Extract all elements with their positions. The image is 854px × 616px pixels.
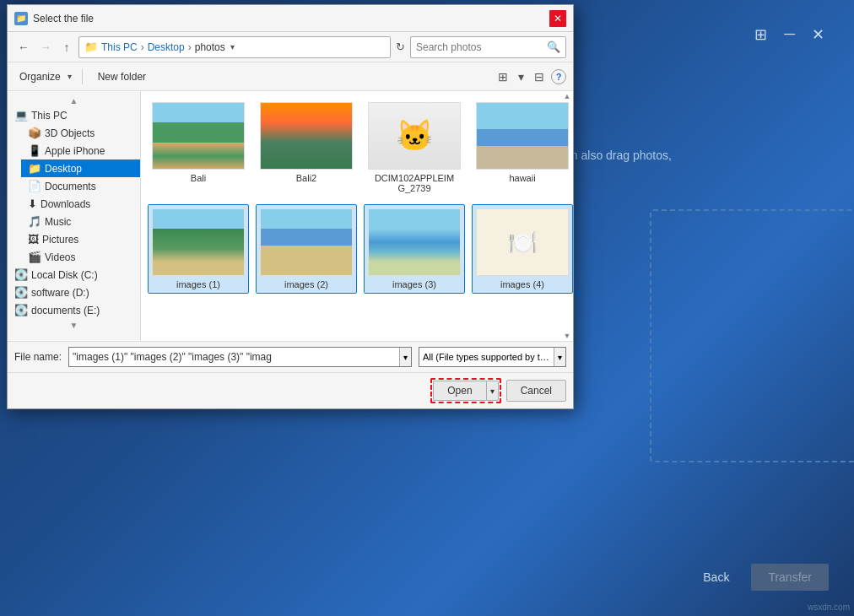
left-pane: ▲ 💻 This PC 📦 3D Objects 📱 Apple iPhone … xyxy=(8,91,141,341)
sidebar-item-videos[interactable]: 🎬 Videos xyxy=(21,248,140,266)
file-item-bali2[interactable]: Bali2 xyxy=(256,98,357,197)
organize-arrow[interactable]: ▾ xyxy=(68,72,72,81)
new-folder-button[interactable]: New folder xyxy=(93,68,151,85)
file-name-images1: images (1) xyxy=(176,279,220,289)
filename-dropdown-arrow[interactable]: ▾ xyxy=(399,348,411,366)
breadcrumb-this-pc[interactable]: This PC xyxy=(101,41,138,53)
videos-label: Videos xyxy=(45,251,75,263)
file-item-hawaii[interactable]: hawaii xyxy=(472,98,573,197)
open-arrow-button[interactable]: ▾ xyxy=(486,381,499,401)
right-scroll-up[interactable]: ▲ xyxy=(561,91,573,101)
nav-up-button[interactable]: ↑ xyxy=(58,39,75,56)
scroll-up-arrow[interactable]: ▲ xyxy=(8,95,140,106)
breadcrumb-desktop[interactable]: Desktop xyxy=(148,41,185,53)
action-bar: Open ▾ Cancel xyxy=(8,372,573,408)
breadcrumb-sep1: › xyxy=(141,41,144,53)
documents-e-icon: 💽 xyxy=(14,304,28,316)
filename-label: File name: xyxy=(14,351,62,363)
thumb-hawaii xyxy=(476,102,569,170)
scroll-down-arrow[interactable]: ▼ xyxy=(8,319,140,331)
view-toggle-button[interactable]: ⊞ xyxy=(495,68,511,85)
breadcrumb-arrow[interactable]: ▾ xyxy=(229,42,236,51)
sidebar-item-local-disk-c[interactable]: 💽 Local Disk (C:) xyxy=(8,266,140,284)
search-box: 🔍 xyxy=(410,36,566,58)
sidebar-item-pictures[interactable]: 🖼 Pictures xyxy=(21,230,140,248)
file-name-images2: images (2) xyxy=(284,279,328,289)
sidebar-item-3d-objects[interactable]: 📦 3D Objects xyxy=(21,124,140,142)
search-input[interactable] xyxy=(416,41,547,53)
file-name-bali: Bali xyxy=(191,173,206,183)
pictures-label: Pictures xyxy=(42,234,78,246)
file-item-images3[interactable]: images (3) xyxy=(364,204,465,294)
file-item-dcim[interactable]: 🐱 DCIM102APPLEIMG_2739 xyxy=(364,98,465,197)
sidebar-item-music[interactable]: 🎵 Music xyxy=(21,213,140,230)
local-disk-c-icon: 💽 xyxy=(14,268,28,281)
right-pane: ▲ Bali Bali2 🐱 DCIM102APPLEIMG_2739 xyxy=(141,91,573,341)
this-pc-label: This PC xyxy=(31,110,68,122)
file-name-images4: images (4) xyxy=(500,279,544,289)
dialog-titlebar: 📁 Select the file ✕ xyxy=(8,5,573,32)
file-item-images1[interactable]: images (1) xyxy=(148,204,249,294)
sidebar-item-downloads[interactable]: ⬇ Downloads xyxy=(21,195,140,213)
sidebar-item-documents-e[interactable]: 💽 documents (E:) xyxy=(8,301,140,319)
open-button[interactable]: Open xyxy=(433,381,485,401)
3d-objects-icon: 📦 xyxy=(28,127,41,139)
sidebar-item-desktop[interactable]: 📁 Desktop xyxy=(21,159,140,177)
drop-zone xyxy=(650,209,854,462)
documents-label: Documents xyxy=(45,181,96,192)
this-pc-icon: 💻 xyxy=(14,109,28,122)
breadcrumb-photos[interactable]: photos xyxy=(195,41,225,53)
breadcrumb-sep2: › xyxy=(188,41,192,53)
thumb-img2 xyxy=(260,208,353,276)
thumb-cat: 🐱 xyxy=(368,102,461,170)
file-name-dcim: DCIM102APPLEIMG_2739 xyxy=(375,173,454,193)
sidebar-item-software-d[interactable]: 💽 software (D:) xyxy=(8,284,140,301)
dialog-close-button[interactable]: ✕ xyxy=(549,10,566,27)
cancel-button[interactable]: Cancel xyxy=(506,380,566,402)
grid-icon[interactable]: ⊞ xyxy=(754,25,767,44)
filetype-select: All (File types supported by the ▾ xyxy=(419,347,566,367)
nav-forward-button[interactable]: → xyxy=(36,39,55,56)
music-label: Music xyxy=(45,216,71,228)
dialog-title: Select the file xyxy=(33,13,549,24)
close-app-icon[interactable]: ✕ xyxy=(812,25,824,44)
filetype-arrow[interactable]: ▾ xyxy=(554,348,565,366)
toolbar-right: ⊞ ▾ ⊟ ? xyxy=(495,68,566,85)
local-disk-c-label: Local Disk (C:) xyxy=(31,269,98,281)
file-item-images4[interactable]: 🍽️ images (4) xyxy=(472,204,573,294)
address-bar: ← → ↑ 📁 This PC › Desktop › photos ▾ ↻ 🔍 xyxy=(8,32,573,62)
transfer-button[interactable]: Transfer xyxy=(751,564,829,591)
thumb-bali2 xyxy=(260,102,353,170)
videos-icon: 🎬 xyxy=(28,251,41,263)
refresh-button[interactable]: ↻ xyxy=(394,39,407,55)
file-item-images2[interactable]: images (2) xyxy=(256,204,357,294)
apple-iphone-icon: 📱 xyxy=(28,144,41,157)
sidebar-item-documents[interactable]: 📄 Documents xyxy=(21,177,140,195)
search-button[interactable]: 🔍 xyxy=(547,41,560,53)
sidebar-item-apple-iphone[interactable]: 📱 Apple iPhone xyxy=(21,142,140,159)
nav-back-button[interactable]: ← xyxy=(14,39,33,56)
toolbar-separator xyxy=(82,69,83,84)
filename-bar: File name: ▾ All (File types supported b… xyxy=(8,341,573,372)
view-arrow-button[interactable]: ▾ xyxy=(515,68,527,85)
thumb-img3 xyxy=(368,208,461,276)
help-button[interactable]: ? xyxy=(551,69,566,84)
sidebar-item-this-pc[interactable]: 💻 This PC xyxy=(8,106,140,124)
organize-button[interactable]: Organize xyxy=(14,68,66,85)
file-dialog: 📁 Select the file ✕ ← → ↑ 📁 This PC › De… xyxy=(7,4,574,409)
file-name-hawaii: hawaii xyxy=(509,173,535,183)
file-item-bali[interactable]: Bali xyxy=(148,98,249,197)
minimize-icon[interactable]: ─ xyxy=(784,25,795,44)
file-name-images3: images (3) xyxy=(392,279,436,289)
file-name-bali2: Bali2 xyxy=(296,173,316,183)
thumb-img1 xyxy=(152,208,245,276)
organize-dropdown[interactable]: Organize ▾ xyxy=(14,68,72,85)
breadcrumb-folder-icon: 📁 xyxy=(84,41,98,53)
thumb-img4: 🍽️ xyxy=(476,208,569,276)
back-button[interactable]: Back xyxy=(689,564,743,591)
right-scroll-down[interactable]: ▼ xyxy=(561,331,573,341)
watermark: wsxdn.com xyxy=(808,602,850,612)
filename-input[interactable] xyxy=(69,351,399,363)
documents-icon: 📄 xyxy=(28,180,41,192)
pane-toggle-button[interactable]: ⊟ xyxy=(531,68,548,85)
